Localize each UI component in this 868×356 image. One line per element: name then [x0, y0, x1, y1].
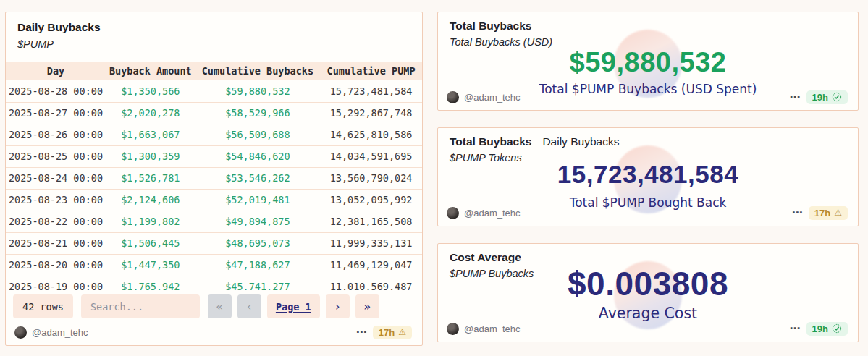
table-row: 2025-08-19 00:00$1,765,942$45,741,27711,… — [6, 276, 422, 290]
verified-check-icon — [832, 323, 842, 334]
table-cell: 2025-08-23 00:00 — [6, 189, 106, 211]
metric-value: 15,723,481,584 — [438, 160, 858, 189]
table-header-row: Day Buyback Amount Cumulative Buybacks C… — [6, 62, 422, 80]
panel-header: Daily Buybacks $PUMP — [6, 12, 422, 50]
table-row: 2025-08-26 00:00$1,663,067$56,509,68814,… — [6, 124, 422, 145]
table-cell: $45,741,277 — [195, 276, 321, 290]
table-cell: $52,019,481 — [195, 189, 321, 211]
table-cell: 15,723,481,584 — [320, 80, 422, 102]
table-cell: $48,695,073 — [195, 232, 321, 254]
card-subtitle: $PUMP Tokens — [450, 152, 619, 164]
data-age-badge[interactable]: 17h ⚠ — [373, 326, 412, 339]
table-cell: 2025-08-21 00:00 — [6, 232, 106, 254]
table-row: 2025-08-24 00:00$1,526,781$53,546,26213,… — [6, 167, 422, 189]
table-cell: $49,894,875 — [195, 211, 321, 232]
card-title: Total Buybacks — [450, 135, 531, 148]
panel-title-link[interactable]: Daily Buybacks — [17, 21, 101, 34]
total-pump-bought-card: Total Buybacks Daily Buybacks $PUMP Toke… — [437, 127, 859, 226]
table-row: 2025-08-27 00:00$2,020,278$58,529,96615,… — [6, 102, 422, 124]
first-page-button[interactable]: « — [208, 294, 232, 318]
prev-page-button[interactable]: ‹ — [237, 294, 261, 318]
avatar — [447, 323, 459, 335]
card-title: Total Buybacks — [450, 20, 531, 33]
panel-subtitle: $PUMP — [17, 38, 410, 50]
author-link[interactable]: @adam_tehc — [464, 323, 521, 334]
table-cell: $1,300,359 — [106, 145, 195, 167]
table-cell: 2025-08-25 00:00 — [6, 145, 106, 167]
chevron-right-icon: › — [334, 301, 341, 313]
table-cell: $1,199,802 — [106, 211, 195, 232]
author-link[interactable]: @adam_tehc — [32, 327, 88, 338]
table-cell: 13,052,095,992 — [320, 189, 422, 211]
metric-caption: Total $PUMP Buybacks (USD Spent) — [438, 82, 858, 96]
card-subtitle: $PUMP Buybacks — [450, 268, 534, 279]
table-row: 2025-08-20 00:00$1,447,350$47,188,62711,… — [6, 254, 422, 276]
table-cell: $53,546,262 — [195, 167, 321, 189]
cost-average-card: Cost Average $PUMP Buybacks $0.003808 Av… — [437, 243, 859, 342]
table-cell: 2025-08-26 00:00 — [6, 124, 106, 145]
daily-buybacks-panel: Daily Buybacks $PUMP Day Buyback Amount … — [5, 12, 423, 346]
table-cell: $58,529,966 — [195, 102, 321, 124]
chevron-double-left-icon: « — [216, 301, 224, 313]
table-cell: 2025-08-20 00:00 — [6, 254, 106, 276]
table-row: 2025-08-22 00:00$1,199,802$49,894,87512,… — [6, 211, 422, 232]
table-cell: 15,292,867,748 — [320, 102, 422, 124]
column-header-cumulative-buybacks[interactable]: Cumulative Buybacks — [195, 62, 321, 80]
table-cell: $1,447,350 — [106, 254, 195, 276]
table-cell: $2,020,278 — [106, 102, 195, 124]
table-cell: $56,509,688 — [195, 124, 321, 145]
table-cell: $1,350,566 — [106, 80, 195, 102]
avatar — [14, 326, 27, 339]
metric-caption: Average Cost — [438, 305, 858, 322]
more-options-icon[interactable]: ⋯ — [356, 326, 368, 339]
column-header-cumulative-pump[interactable]: Cumulative PUMP — [320, 62, 422, 80]
table-cell: 2025-08-19 00:00 — [6, 276, 106, 290]
table-cell: 2025-08-22 00:00 — [6, 211, 106, 232]
table-row: 2025-08-25 00:00$1,300,359$54,846,62014,… — [6, 145, 422, 167]
card-title: Cost Average — [450, 251, 521, 264]
column-header-day[interactable]: Day — [6, 62, 106, 80]
table-cell: $59,880,532 — [195, 80, 321, 102]
table-cell: 13,560,790,024 — [320, 167, 422, 189]
table-cell: $1,663,067 — [106, 124, 195, 145]
warning-icon: ⚠ — [398, 327, 406, 337]
panel-attribution: @adam_tehc ⋯ 17h ⚠ — [14, 324, 412, 340]
card-attribution: @adam_tehc ⋯ 19h — [447, 321, 848, 336]
table-row: 2025-08-23 00:00$2,124,606$52,019,48113,… — [6, 189, 422, 211]
more-options-icon[interactable]: ⋯ — [790, 322, 801, 335]
table-cell: $1,765,942 — [106, 276, 195, 290]
table-cell: $1,506,445 — [106, 232, 195, 254]
table-cell: $1,526,781 — [106, 167, 195, 189]
table-cell: 2025-08-27 00:00 — [6, 102, 106, 124]
table-cell: 14,034,591,695 — [320, 145, 422, 167]
table-cell: $47,188,627 — [195, 254, 321, 276]
age-label: 19h — [812, 323, 828, 334]
current-page-button[interactable]: Page 1 — [267, 294, 320, 318]
card-subtitle: Total Buybacks (USD) — [450, 36, 552, 48]
row-count-badge: 42 rows — [13, 294, 73, 318]
column-header-buyback-amount[interactable]: Buyback Amount — [106, 62, 195, 80]
pagination: « ‹ Page 1 › » — [208, 294, 379, 318]
table-cell: 11,010,569,487 — [320, 276, 422, 290]
last-page-button[interactable]: » — [355, 294, 379, 318]
table-cell: 11,999,335,131 — [320, 232, 422, 254]
total-buybacks-usd-card: Total Buybacks Total Buybacks (USD) $59,… — [437, 12, 859, 111]
search-input[interactable] — [81, 294, 200, 318]
chevron-double-right-icon: » — [363, 301, 371, 313]
card-secondary-title: Daily Buybacks — [542, 135, 619, 148]
table-cell: 2025-08-24 00:00 — [6, 167, 106, 189]
next-page-button[interactable]: › — [326, 294, 350, 318]
data-age-badge[interactable]: 19h — [806, 322, 848, 336]
table-cell: 14,625,810,586 — [320, 124, 422, 145]
table-row: 2025-08-21 00:00$1,506,445$48,695,07311,… — [6, 232, 422, 254]
metric-value: $59,880,532 — [438, 47, 858, 78]
chevron-left-icon: ‹ — [246, 301, 253, 313]
age-label: 17h — [379, 327, 395, 338]
table-footer: 42 rows « ‹ Page 1 › » — [13, 294, 415, 318]
buybacks-table-body: 2025-08-28 00:00$1,350,566$59,880,53215,… — [6, 80, 422, 290]
buybacks-table: Day Buyback Amount Cumulative Buybacks C… — [6, 62, 422, 290]
table-cell: $2,124,606 — [106, 189, 195, 211]
table-cell: $54,846,620 — [195, 145, 321, 167]
metric-caption: Total $PUMP Bought Back — [438, 195, 858, 210]
table-cell: 2025-08-28 00:00 — [6, 80, 106, 102]
